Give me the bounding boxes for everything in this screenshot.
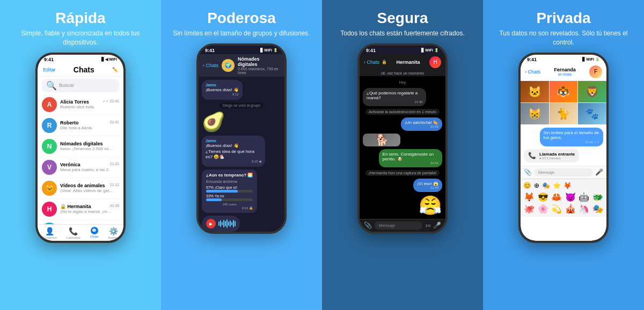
chat-item-videos[interactable]: 🐱 Vídeos de animales 21:12 ¡Vota! ¡Más v…	[38, 178, 123, 199]
mic-icon-3[interactable]: 🎤	[433, 222, 441, 229]
date-label: Hoy	[363, 79, 442, 85]
audio-bubble[interactable]: ▶	[202, 216, 240, 232]
nav-calls[interactable]: 📞 Llamadas	[67, 227, 80, 239]
sticker-tabs: 😊 ⊕ 🎭 ⭐ 🦊	[523, 182, 604, 189]
panel-3-subtitle: Todos los chats están fuertemente cifrad…	[340, 29, 464, 38]
sticker-10[interactable]: 🎪	[565, 204, 577, 214]
play-button[interactable]: ▶	[206, 219, 216, 228]
sticker-7[interactable]: 🐙	[523, 204, 536, 214]
back-button-3[interactable]: ‹ Chats	[364, 60, 379, 65]
chat-info-videos: Vídeos de animales 21:12 ¡Vota! ¡Más víd…	[60, 183, 119, 193]
sticker-6[interactable]: 🐲	[592, 192, 604, 202]
photo-grid: 🐱 🐯 🦁 😸 🐈 🐾	[521, 81, 606, 124]
chat-info-veronica: Verónica 21:22 Mesa para cuatro, a las 2…	[60, 162, 119, 172]
sticker-11[interactable]: 🦄	[578, 204, 590, 214]
chat-preview-roberto: Dile hola a Alicia.	[60, 126, 114, 130]
chat-header-1: Editar Chats ✏️	[38, 63, 123, 77]
system-msg-screenshot: ¡Hermanita hizo una captura de pantalla!	[365, 170, 440, 176]
status-bar-4: 9:41 ▊ WiFi 🔋	[521, 55, 606, 63]
status-time-2: 9:41	[205, 48, 215, 53]
message-area-2: Jaime ¡Buenos días! 👋 8:12 Diego se unió…	[199, 77, 284, 232]
chat-preview-nomades: Irene: ¡Tenemos 2.500 miembros!	[60, 146, 114, 151]
chat-item-hermanita[interactable]: H 🔒 Hermanita 20:28 ¡No le digas a mamá:…	[38, 199, 123, 220]
input4-field[interactable]: Mensaje	[534, 168, 593, 176]
avatar-roberto: R	[42, 118, 57, 133]
waveform	[218, 219, 236, 228]
photo-tiger: 🐯	[550, 81, 578, 102]
msg-vi-eso: ¡Ví eso! 😱 21:44	[413, 179, 442, 192]
panel-2-subtitle: Sin límites en el tamaño de grupos y dif…	[173, 29, 310, 38]
phone-2: 9:41 ▊ WiFi 🔋 ‹ Chats 🌍 Nómades digitale…	[196, 43, 287, 234]
avatar-veronica: V	[42, 160, 57, 175]
photo-cat-3: 🐈	[550, 103, 578, 124]
search-text: Buscar	[59, 83, 74, 88]
sticker-tab-emoji[interactable]: 😊	[523, 182, 531, 189]
nav-settings[interactable]: ⚙️ Ajustes	[108, 227, 119, 239]
poll-bubble: ¿Aún es temprano? 🌅 Encuesta anónima 67%…	[202, 169, 257, 213]
msg4-cats: Sin límites para el tamaño de tus gatos.…	[540, 128, 603, 146]
system-msg-diego: Diego se unió al grupo	[219, 102, 264, 108]
status-time-1: 9:41	[44, 57, 54, 62]
edit-button[interactable]: Editar	[43, 67, 56, 72]
dark-msg-area: Hoy ¿Qué podemos regalarle a mamá? 21:39…	[360, 76, 445, 219]
chat-name-hermanita: 🔒 Hermanita 20:28	[60, 204, 119, 209]
sticker-8[interactable]: 🌸	[537, 204, 550, 214]
sticker-4[interactable]: 😈	[565, 192, 577, 202]
sticker-5[interactable]: 🤖	[578, 192, 590, 202]
chat-item-nomades[interactable]: N Nómades digitales Irene: ¡Tenemos 2.50…	[38, 136, 123, 157]
panel-4-subtitle: Tus datos no son revelados. Sólo tú tien…	[488, 29, 639, 47]
chat-item-alicia[interactable]: A Alicia Torres ✓✓ 21:41 Roberto dice ho…	[38, 94, 123, 115]
mic-icon-4[interactable]: 🎤	[595, 168, 603, 176]
chat-item-roberto[interactable]: R Roberto 21:41 Dile hola a Alicia.	[38, 115, 123, 136]
avatar-alicia: A	[42, 97, 57, 112]
sticker-12[interactable]: 🎭	[592, 204, 604, 214]
chat-item-veronica[interactable]: V Verónica 21:22 Mesa para cuatro, a las…	[38, 157, 123, 178]
sticker-9[interactable]: 💫	[551, 204, 563, 214]
sticker-tab-gif[interactable]: 🎭	[542, 182, 550, 189]
status-time-3: 9:41	[366, 48, 376, 53]
msg-salchicha: ¡Un salchicha! 🌭 21:42	[401, 117, 442, 131]
system-msg-autodestruct: Activaste la autodestrucción en 1 minuto	[365, 109, 440, 115]
sticker-tab-custom[interactable]: 🦊	[564, 182, 572, 189]
group-back-button[interactable]: ‹ Chats	[203, 63, 218, 68]
dark-header: ‹ Chats 🔒 Hermanita H	[360, 54, 445, 70]
chat-list: A Alicia Torres ✓✓ 21:41 Roberto dice ho…	[38, 94, 123, 241]
photo-cat-2: 😸	[521, 103, 549, 124]
phone-4-screen: 9:41 ▊ WiFi 🔋 ‹ Chats Fernanda en línea …	[521, 55, 606, 241]
chat-badge: 💬	[91, 227, 98, 234]
bottom-nav-1: 👤 Contactos 📞 Llamadas 💬 Chats ⚙️ Ajuste…	[38, 224, 123, 241]
last-seen: últ. vez hace un momento	[360, 70, 445, 76]
compose-button[interactable]: ✏️	[112, 67, 118, 72]
sticker-2[interactable]: 😎	[537, 192, 550, 202]
avatar-hermanita: H	[42, 202, 57, 217]
group-header: ‹ Chats 🌍 Nómades digitales 2.603 miembr…	[199, 54, 284, 77]
phone-3-screen: 9:41 ▊ WiFi 🔋 ‹ Chats 🔒 Hermanita H últ.…	[360, 46, 445, 232]
lock-icon: 🔒	[382, 60, 387, 64]
sticker-3[interactable]: 🦀	[551, 192, 563, 202]
panel-privada: Privada Tus datos no son revelados. Sólo…	[483, 0, 644, 310]
msg-perrito: En serio. Consigámosle un perrito. 🐶 21:…	[379, 149, 442, 167]
sticker-1[interactable]: 🦊	[523, 192, 536, 202]
avatar-videos: 🐱	[42, 181, 57, 196]
msg-jaime-1: Jaime ¡Buenos días! 👋 8:12	[202, 80, 243, 100]
photo-lion: 🦁	[578, 81, 606, 102]
poll-option-1: 67% ¡Claro que sí!	[206, 186, 253, 193]
paperclip-icon-4[interactable]: 📎	[524, 168, 532, 176]
dark-input-bar: 📎 Mensaje 1m 🎤	[360, 219, 445, 232]
group-name: Nómades digitales	[238, 56, 280, 67]
dark-chat-name: Hermanita	[389, 60, 427, 65]
nav-contacts[interactable]: 👤 Contactos	[42, 227, 57, 239]
chat-info-nomades: Nómades digitales Irene: ¡Tenemos 2.500 …	[60, 141, 119, 151]
sticker-grid: 🦊 😎 🦀 😈 🤖 🐲 🐙 🌸 💫 🎪 🦄 🎭	[523, 192, 604, 214]
chat-name-veronica: Verónica 21:22	[60, 162, 119, 167]
msg-question: ¿Qué podemos regalarle a mamá? 21:39	[363, 88, 426, 106]
sticker-tab-recent[interactable]: ⊕	[534, 182, 539, 189]
search-bar[interactable]: 🔍 Buscar	[42, 79, 119, 92]
sticker-tab-sticker[interactable]: ⭐	[553, 182, 561, 189]
nav-chats[interactable]: 💬 Chats	[90, 227, 99, 239]
dark-message-input[interactable]: Mensaje	[375, 222, 422, 230]
paperclip-icon[interactable]: 📎	[364, 222, 372, 229]
back-button-4[interactable]: ‹ Chats	[525, 69, 540, 75]
status-time-4: 9:41	[527, 57, 537, 62]
phone-3: 9:41 ▊ WiFi 🔋 ‹ Chats 🔒 Hermanita H últ.…	[357, 43, 448, 234]
